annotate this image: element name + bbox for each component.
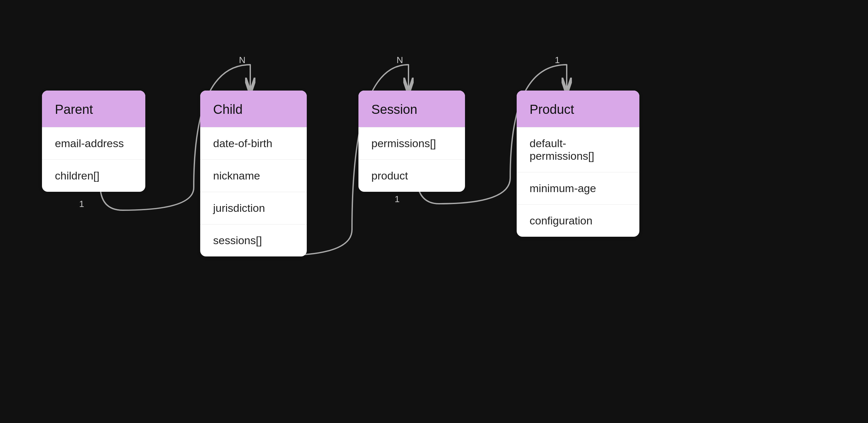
entity-header-session: Session bbox=[359, 90, 465, 127]
entity-header-product: Product bbox=[517, 90, 640, 127]
entity-fields-session: permissions[] product bbox=[359, 127, 465, 192]
field-date-of-birth: date-of-birth bbox=[200, 127, 307, 160]
field-permissions: permissions[] bbox=[359, 127, 465, 160]
entity-fields-product: default-permissions[] minimum-age config… bbox=[517, 127, 640, 237]
entity-header-child: Child bbox=[200, 90, 307, 127]
entity-fields-parent: email-address children[] bbox=[42, 127, 145, 192]
entity-fields-child: date-of-birth nickname jurisdiction sess… bbox=[200, 127, 307, 256]
entity-header-parent: Parent bbox=[42, 90, 145, 127]
field-children: children[] bbox=[42, 160, 145, 192]
diagram-container: 1 N 1 N 1 1 Parent email-address childre… bbox=[0, 0, 868, 423]
label-parent-1: 1 bbox=[79, 199, 84, 209]
label-session-1: 1 bbox=[395, 194, 400, 204]
field-minimum-age: minimum-age bbox=[517, 172, 640, 204]
field-jurisdiction: jurisdiction bbox=[200, 192, 307, 224]
connectors-svg: 1 N 1 N 1 1 bbox=[0, 0, 868, 423]
label-product-1: 1 bbox=[555, 55, 560, 65]
entity-card-product: Product default-permissions[] minimum-ag… bbox=[517, 90, 640, 237]
field-configuration: configuration bbox=[517, 204, 640, 237]
field-sessions: sessions[] bbox=[200, 224, 307, 256]
field-default-permissions: default-permissions[] bbox=[517, 127, 640, 172]
field-nickname: nickname bbox=[200, 160, 307, 192]
label-session-n: N bbox=[397, 55, 403, 65]
field-email-address: email-address bbox=[42, 127, 145, 160]
entity-card-parent: Parent email-address children[] bbox=[42, 90, 145, 192]
entity-card-session: Session permissions[] product bbox=[359, 90, 465, 192]
field-product: product bbox=[359, 160, 465, 192]
label-child-n: N bbox=[239, 55, 245, 65]
entity-card-child: Child date-of-birth nickname jurisdictio… bbox=[200, 90, 307, 256]
